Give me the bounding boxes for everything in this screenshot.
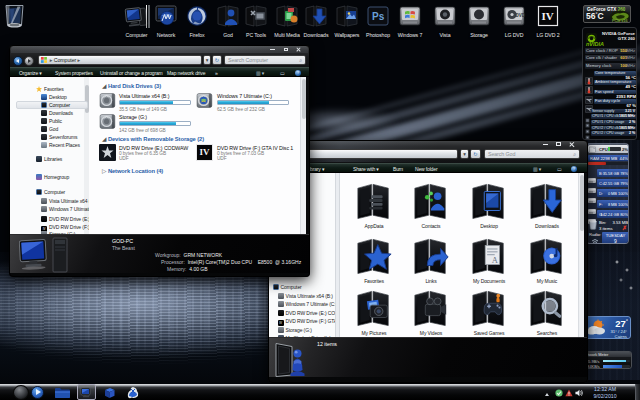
svg-text:Ps: Ps bbox=[372, 11, 385, 22]
svg-text:IV: IV bbox=[542, 10, 554, 22]
svg-text:DVD: DVD bbox=[516, 13, 526, 18]
svg-text:A: A bbox=[492, 255, 499, 265]
